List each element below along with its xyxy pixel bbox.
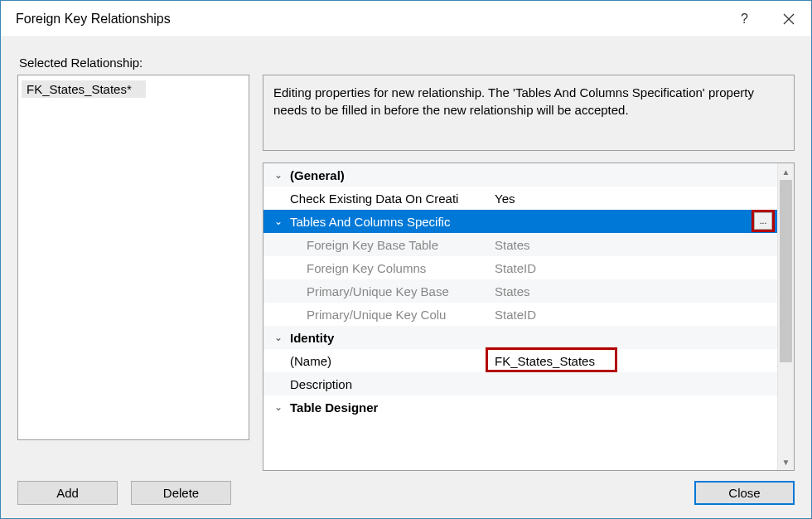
ellipsis-button[interactable]: ... — [754, 212, 772, 230]
add-button[interactable]: Add — [17, 481, 118, 505]
prop-fk-base-table[interactable]: Foreign Key Base Table States — [263, 233, 777, 256]
relationship-list[interactable]: FK_States_States* — [17, 75, 249, 440]
prop-label: Primary/Unique Key Colu — [287, 308, 490, 322]
scroll-up-icon[interactable]: ▲ — [778, 163, 794, 180]
prop-pk-columns[interactable]: Primary/Unique Key Colu StateID — [263, 303, 777, 326]
prop-label: Check Existing Data On Creati — [287, 192, 490, 206]
prop-value: StateID — [490, 261, 777, 275]
prop-tables-columns-spec[interactable]: ⌄ Tables And Columns Specific ... — [263, 210, 777, 233]
category-general[interactable]: ⌄ (General) — [263, 163, 777, 187]
prop-label: Foreign Key Columns — [287, 261, 490, 275]
prop-value: StateID — [490, 308, 777, 322]
chevron-down-icon[interactable]: ⌄ — [270, 332, 287, 343]
vertical-scrollbar[interactable]: ▲ ▼ — [777, 163, 794, 470]
prop-label: Tables And Columns Specific — [287, 215, 490, 229]
category-table-designer-label: Table Designer — [287, 400, 490, 415]
category-identity-label: Identity — [287, 331, 490, 345]
prop-label: Primary/Unique Key Base — [287, 284, 490, 298]
dialog-title: Foreign Key Relationships — [16, 12, 722, 27]
category-identity[interactable]: ⌄ Identity — [263, 326, 777, 349]
chevron-down-icon[interactable]: ⌄ — [270, 401, 287, 413]
button-row: Add Delete Close — [17, 481, 795, 505]
scroll-down-icon[interactable]: ▼ — [778, 454, 794, 470]
close-icon[interactable] — [766, 1, 811, 37]
scrollbar-thumb[interactable] — [780, 180, 792, 362]
ellipsis-icon: ... — [760, 217, 766, 226]
prop-label: Description — [287, 377, 490, 391]
description-box: Editing properties for new relationship.… — [263, 75, 795, 151]
help-button[interactable]: ? — [722, 1, 766, 37]
relationship-list-item[interactable]: FK_States_States* — [22, 80, 146, 98]
property-grid[interactable]: ⌄ (General) Check Existing Data On Creat… — [263, 162, 795, 471]
prop-value[interactable]: FK_States_States — [490, 354, 777, 368]
prop-value: States — [490, 284, 777, 298]
prop-value[interactable]: Yes — [490, 192, 777, 206]
prop-label: (Name) — [287, 354, 490, 368]
foreign-key-relationships-dialog: Foreign Key Relationships ? Selected Rel… — [0, 0, 812, 519]
prop-label: Foreign Key Base Table — [287, 238, 490, 252]
delete-button[interactable]: Delete — [131, 481, 231, 505]
svg-text:?: ? — [741, 12, 748, 26]
chevron-down-icon[interactable]: ⌄ — [270, 169, 287, 181]
chevron-down-icon[interactable]: ⌄ — [270, 216, 287, 227]
prop-value: States — [490, 238, 777, 252]
dialog-content: Selected Relationship: FK_States_States*… — [1, 37, 811, 518]
prop-name[interactable]: (Name) FK_States_States — [263, 349, 777, 372]
titlebar: Foreign Key Relationships ? — [1, 1, 811, 37]
prop-pk-base-table[interactable]: Primary/Unique Key Base States — [263, 279, 777, 303]
close-button[interactable]: Close — [694, 481, 795, 505]
prop-check-existing[interactable]: Check Existing Data On Creati Yes — [263, 187, 777, 210]
category-general-label: (General) — [287, 168, 490, 182]
category-table-designer[interactable]: ⌄ Table Designer — [263, 395, 777, 419]
prop-description[interactable]: Description — [263, 372, 777, 395]
prop-fk-columns[interactable]: Foreign Key Columns StateID — [263, 256, 777, 279]
selected-relationship-label: Selected Relationship: — [19, 56, 795, 70]
